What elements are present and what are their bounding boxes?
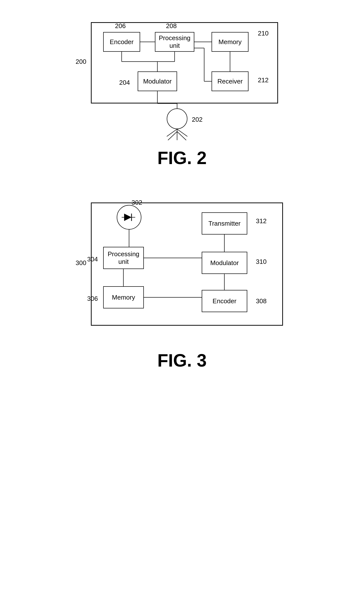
fig3-transmitter-ref: 312	[256, 217, 266, 225]
fig2-receiver-ref: 212	[258, 76, 268, 84]
svg-line-16	[177, 132, 186, 140]
fig3-encoder-ref: 308	[256, 297, 266, 305]
page-container: 200 Encoder 206 Processing unit 208 Memo…	[34, 10, 330, 371]
fig2-processing-box: Processing unit	[155, 32, 194, 52]
fig3-diode-symbol	[122, 212, 136, 222]
fig3-processing-box: Processing unit	[103, 247, 144, 269]
fig3-memory-ref: 306	[87, 295, 98, 303]
fig3-antenna-ref: 302	[132, 199, 142, 206]
fig3-transmitter-box: Transmitter	[202, 212, 247, 235]
fig2-encoder-box: Encoder	[103, 32, 140, 52]
fig2-title: FIG. 2	[157, 148, 207, 168]
fig3-processing-ref: 304	[87, 255, 98, 263]
fig2-encoder-ref: 206	[115, 22, 126, 30]
fig2-antenna-symbol	[167, 108, 187, 129]
fig3-modulator-box: Modulator	[202, 252, 247, 274]
fig3-modulator-ref: 310	[256, 258, 266, 266]
fig3-title: FIG. 3	[157, 350, 207, 371]
svg-marker-19	[124, 214, 132, 221]
fig2-modulator-ref: 204	[119, 79, 130, 86]
fig3-diagram: 300 302 Processing unit 304	[71, 188, 293, 340]
fig2-antenna-rays	[167, 129, 187, 141]
fig2-memory-ref: 210	[258, 30, 268, 37]
fig2-modulator-box: Modulator	[138, 71, 177, 91]
fig2-diagram: 200 Encoder 206 Processing unit 208 Memo…	[71, 10, 293, 138]
fig2-processing-ref: 208	[166, 22, 177, 30]
fig3-encoder-box: Encoder	[202, 290, 247, 312]
fig3-outer-label: 300	[76, 259, 86, 267]
fig2-section: 200 Encoder 206 Processing unit 208 Memo…	[34, 10, 330, 168]
svg-line-15	[168, 132, 177, 140]
fig3-section: 300 302 Processing unit 304	[34, 188, 330, 371]
fig3-antenna-circle	[117, 205, 141, 230]
fig2-outer-label: 200	[76, 58, 86, 66]
fig2-memory-box: Memory	[212, 32, 248, 52]
fig2-receiver-box: Receiver	[212, 71, 248, 91]
fig2-antenna-ref: 202	[192, 116, 202, 123]
fig3-memory-box: Memory	[103, 286, 144, 308]
